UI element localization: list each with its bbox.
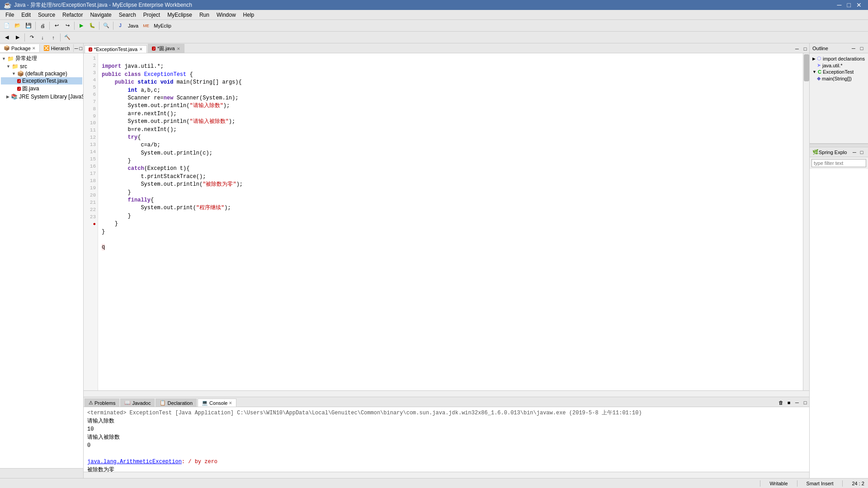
- tab-exception-test[interactable]: J *ExceptionTest.java ✕: [85, 45, 147, 53]
- menu-file[interactable]: File: [2, 11, 18, 19]
- minimize-button[interactable]: ─: [835, 1, 844, 9]
- package-icon-default: 📦: [17, 70, 24, 77]
- menu-edit[interactable]: Edit: [18, 11, 34, 19]
- console-clear[interactable]: 🗑: [777, 399, 785, 407]
- myeclipse-perspective[interactable]: ME: [141, 21, 151, 31]
- build-button[interactable]: 🔨: [62, 33, 72, 42]
- package-tab-close[interactable]: ✕: [32, 46, 36, 51]
- outline-java-util[interactable]: ➤ java.util.*: [811, 62, 866, 69]
- tab-yuan[interactable]: J *圆.java ✕: [148, 44, 184, 53]
- java-file-icon-2: J: [17, 87, 21, 91]
- src-label: src: [20, 63, 27, 70]
- console-tab-close[interactable]: ✕: [229, 401, 232, 405]
- step-out[interactable]: ↑: [48, 33, 58, 42]
- tab-console[interactable]: 💻 Console ✕: [198, 399, 236, 407]
- package-tab[interactable]: 📦 Package ✕: [0, 44, 40, 52]
- menu-help[interactable]: Help: [240, 11, 258, 19]
- tree-project[interactable]: ▼ 📁 异常处理: [1, 54, 82, 63]
- horizontal-scrollbar-editor[interactable]: [84, 390, 809, 397]
- menu-run[interactable]: Run: [196, 11, 213, 19]
- menu-project[interactable]: Project: [140, 11, 164, 19]
- undo-button[interactable]: ↩: [52, 21, 61, 31]
- project-label: 异常处理: [15, 55, 37, 62]
- outline-title: Outline: [812, 46, 828, 51]
- run-button[interactable]: ▶: [76, 21, 86, 31]
- menu-navigate[interactable]: Navigate: [86, 11, 115, 19]
- tab-close-2[interactable]: ✕: [177, 47, 180, 51]
- debug-button[interactable]: 🐛: [87, 21, 97, 31]
- print-button[interactable]: 🖨: [38, 21, 47, 31]
- tab-problems[interactable]: ⚠ Problems: [85, 399, 119, 407]
- outline-main[interactable]: ◆ main(String[]): [811, 75, 866, 82]
- outline-max[interactable]: □: [858, 45, 865, 52]
- outline-class[interactable]: ▼ C ExceptionTest: [811, 69, 866, 75]
- toolbar-sep-5: [113, 22, 113, 30]
- save-button[interactable]: 💾: [24, 21, 33, 31]
- menu-window[interactable]: Window: [213, 11, 240, 19]
- tab-declaration[interactable]: 📋 Declaration: [156, 399, 197, 407]
- status-sep-3: [842, 480, 843, 487]
- redo-button[interactable]: ↪: [62, 21, 72, 31]
- console-line-4: 0: [87, 441, 806, 450]
- tab-close-1[interactable]: ✕: [139, 47, 143, 52]
- menu-source[interactable]: Source: [34, 11, 59, 19]
- menu-search[interactable]: Search: [115, 11, 140, 19]
- vertical-scrollbar[interactable]: [803, 53, 809, 390]
- close-button[interactable]: ✕: [854, 1, 864, 9]
- editor-and-bottom: J *ExceptionTest.java ✕ J *圆.java ✕ ─ □ …: [84, 43, 809, 478]
- menu-refactor[interactable]: Refactor: [59, 11, 86, 19]
- tree-yuan[interactable]: J 圆.java: [1, 84, 82, 93]
- step-into[interactable]: ↓: [38, 33, 47, 42]
- console-hscroll[interactable]: [84, 472, 809, 478]
- outline-hide[interactable]: ─: [850, 45, 857, 52]
- menu-myeclipse[interactable]: MyEclipse: [164, 11, 196, 19]
- jre-label: JRE System Library [JavaSE-1.: [19, 94, 83, 100]
- toolbar-sep-4: [99, 22, 99, 30]
- console-stop[interactable]: ■: [785, 399, 793, 407]
- console-maximize[interactable]: □: [801, 399, 809, 407]
- tree-exceptiontest[interactable]: J ExceptionTest.java: [1, 77, 82, 84]
- title-bar: ☕ Java - 异常处理/src/ExceptionTest.java - M…: [0, 0, 868, 10]
- exception-link[interactable]: java.lang.ArithmeticException: [87, 459, 182, 465]
- console-line-5: [87, 450, 806, 458]
- code-editor[interactable]: import java.util.*; public class Excepti…: [98, 53, 803, 390]
- console-minimize[interactable]: ─: [793, 399, 801, 407]
- tree-src[interactable]: ▼ 📁 src: [1, 63, 82, 70]
- back-button[interactable]: ◀: [2, 33, 12, 42]
- problems-label: Problems: [94, 400, 115, 406]
- right-outer-panel: Outline ─ □ ▶ ⬡ import declarations ➤ ja…: [809, 43, 868, 478]
- tree-default-package[interactable]: ▼ 📦 (default package): [1, 70, 82, 77]
- open-button[interactable]: 📂: [13, 21, 23, 31]
- java-file-icon-1: J: [17, 79, 21, 83]
- panel-maximize[interactable]: □: [79, 44, 83, 52]
- exceptiontest-label: ExceptionTest.java: [22, 78, 67, 84]
- spring-filter-input[interactable]: [811, 159, 866, 167]
- package-tab-label: Package: [11, 46, 31, 51]
- spring-max[interactable]: □: [858, 149, 865, 156]
- forward-button[interactable]: ▶: [13, 33, 23, 42]
- main-label: main(String[]): [822, 76, 852, 81]
- status-sep-1: [760, 480, 760, 487]
- step-over[interactable]: ↷: [27, 33, 37, 42]
- new-button[interactable]: 📄: [2, 21, 12, 31]
- search-button[interactable]: 🔍: [101, 21, 111, 31]
- expand-icon-pkg: ▼: [12, 71, 16, 76]
- writable-status: Writable: [769, 481, 788, 486]
- outline-import-decl[interactable]: ▶ ⬡ import declarations: [811, 55, 866, 62]
- toolbar-1: 📄 📂 💾 🖨 ↩ ↪ ▶ 🐛 🔍 J Java ME MyEclip: [0, 20, 868, 32]
- editor-maximize[interactable]: □: [801, 45, 809, 53]
- spring-hide[interactable]: ─: [851, 149, 858, 156]
- hierarchy-tab[interactable]: 🔀 Hierarch: [40, 44, 74, 52]
- java-perspective[interactable]: J: [115, 21, 125, 31]
- editor-minimize[interactable]: ─: [793, 45, 801, 53]
- panel-minimize[interactable]: ─: [74, 44, 78, 52]
- left-scroll[interactable]: [0, 468, 83, 478]
- panel-separator: [810, 144, 868, 147]
- toolbar-sep-2: [49, 22, 50, 30]
- tab-javadoc[interactable]: 📖 Javadoc: [120, 399, 155, 407]
- tree-jre[interactable]: ▶ 📚 JRE System Library [JavaSE-1.: [1, 93, 82, 100]
- console-line-3: 请输入被除数: [87, 433, 806, 441]
- maximize-button[interactable]: □: [844, 1, 854, 9]
- spring-header: 🌿 Spring Explo ─ □: [810, 147, 868, 157]
- outline-tree: ▶ ⬡ import declarations ➤ java.util.* ▼ …: [810, 53, 868, 144]
